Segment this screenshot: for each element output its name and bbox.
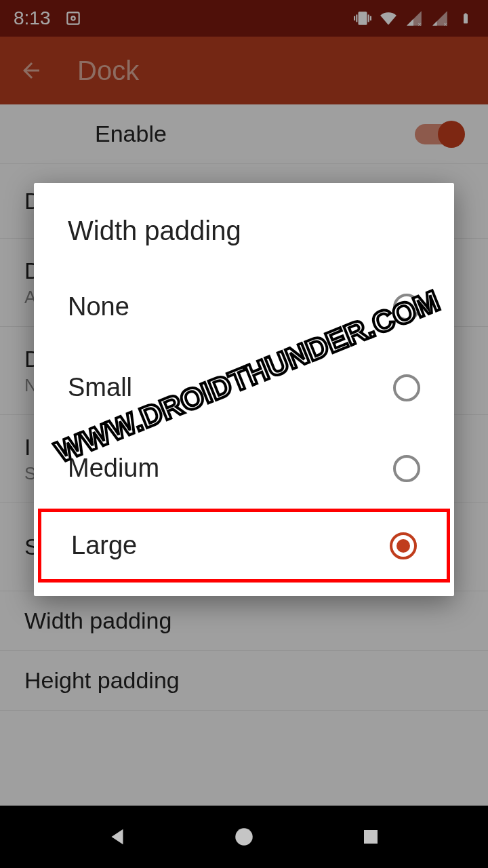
option-label: Small bbox=[68, 373, 132, 402]
highlight-annotation: Large bbox=[38, 509, 450, 583]
option-none[interactable]: None bbox=[34, 267, 454, 347]
width-padding-dialog: Width padding None Small Medium Large bbox=[34, 183, 454, 596]
radio-icon bbox=[393, 294, 420, 321]
dialog-title: Width padding bbox=[34, 183, 454, 267]
radio-icon bbox=[393, 455, 420, 482]
radio-icon bbox=[393, 374, 420, 401]
radio-selected-icon bbox=[390, 532, 417, 559]
svg-point-4 bbox=[235, 828, 253, 846]
option-label: Large bbox=[71, 531, 137, 560]
svg-rect-5 bbox=[364, 830, 378, 844]
nav-home-button[interactable] bbox=[230, 823, 258, 850]
option-small[interactable]: Small bbox=[34, 347, 454, 428]
option-large[interactable]: Large bbox=[41, 512, 447, 579]
navigation-bar bbox=[0, 806, 488, 868]
option-label: Medium bbox=[68, 454, 159, 483]
option-label: None bbox=[68, 292, 129, 321]
nav-recent-button[interactable] bbox=[357, 823, 384, 850]
nav-back-button[interactable] bbox=[104, 823, 131, 850]
option-medium[interactable]: Medium bbox=[34, 428, 454, 509]
